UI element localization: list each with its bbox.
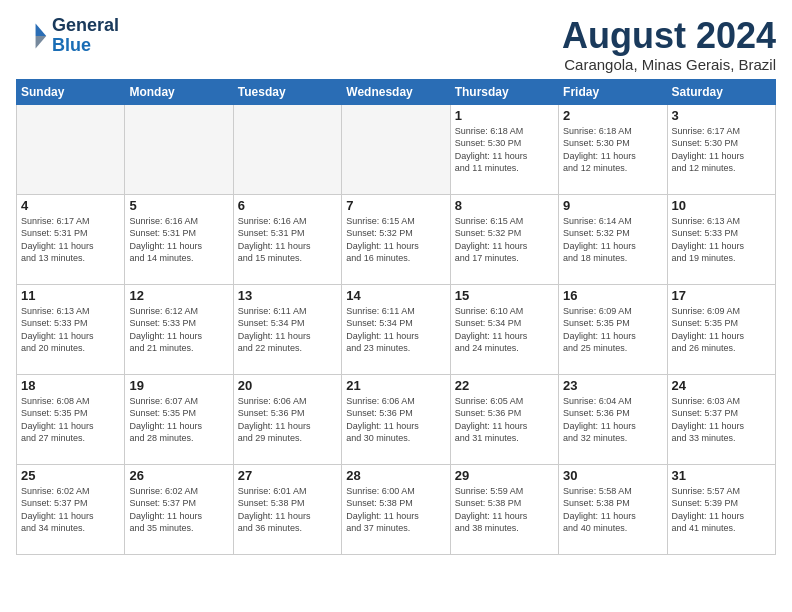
- weekday-header: Monday: [125, 79, 233, 104]
- day-info: Sunrise: 6:05 AM Sunset: 5:36 PM Dayligh…: [455, 395, 554, 445]
- day-info: Sunrise: 6:14 AM Sunset: 5:32 PM Dayligh…: [563, 215, 662, 265]
- day-info: Sunrise: 6:12 AM Sunset: 5:33 PM Dayligh…: [129, 305, 228, 355]
- calendar-day-cell: 16Sunrise: 6:09 AM Sunset: 5:35 PM Dayli…: [559, 284, 667, 374]
- day-info: Sunrise: 6:06 AM Sunset: 5:36 PM Dayligh…: [346, 395, 445, 445]
- weekday-header-row: SundayMondayTuesdayWednesdayThursdayFrid…: [17, 79, 776, 104]
- day-info: Sunrise: 6:13 AM Sunset: 5:33 PM Dayligh…: [672, 215, 771, 265]
- calendar-day-cell: [342, 104, 450, 194]
- day-number: 20: [238, 378, 337, 393]
- calendar-day-cell: [125, 104, 233, 194]
- day-info: Sunrise: 6:10 AM Sunset: 5:34 PM Dayligh…: [455, 305, 554, 355]
- day-info: Sunrise: 6:17 AM Sunset: 5:30 PM Dayligh…: [672, 125, 771, 175]
- day-number: 18: [21, 378, 120, 393]
- day-number: 1: [455, 108, 554, 123]
- day-info: Sunrise: 6:17 AM Sunset: 5:31 PM Dayligh…: [21, 215, 120, 265]
- calendar-week-row: 1Sunrise: 6:18 AM Sunset: 5:30 PM Daylig…: [17, 104, 776, 194]
- day-info: Sunrise: 6:02 AM Sunset: 5:37 PM Dayligh…: [21, 485, 120, 535]
- day-info: Sunrise: 6:07 AM Sunset: 5:35 PM Dayligh…: [129, 395, 228, 445]
- weekday-header: Saturday: [667, 79, 775, 104]
- day-info: Sunrise: 6:09 AM Sunset: 5:35 PM Dayligh…: [672, 305, 771, 355]
- day-info: Sunrise: 6:06 AM Sunset: 5:36 PM Dayligh…: [238, 395, 337, 445]
- calendar-day-cell: [17, 104, 125, 194]
- day-info: Sunrise: 5:59 AM Sunset: 5:38 PM Dayligh…: [455, 485, 554, 535]
- day-number: 10: [672, 198, 771, 213]
- calendar-day-cell: 3Sunrise: 6:17 AM Sunset: 5:30 PM Daylig…: [667, 104, 775, 194]
- day-number: 31: [672, 468, 771, 483]
- calendar-day-cell: 11Sunrise: 6:13 AM Sunset: 5:33 PM Dayli…: [17, 284, 125, 374]
- calendar-week-row: 25Sunrise: 6:02 AM Sunset: 5:37 PM Dayli…: [17, 464, 776, 554]
- weekday-header: Thursday: [450, 79, 558, 104]
- day-number: 8: [455, 198, 554, 213]
- calendar-day-cell: 8Sunrise: 6:15 AM Sunset: 5:32 PM Daylig…: [450, 194, 558, 284]
- calendar-week-row: 4Sunrise: 6:17 AM Sunset: 5:31 PM Daylig…: [17, 194, 776, 284]
- day-number: 21: [346, 378, 445, 393]
- day-info: Sunrise: 6:15 AM Sunset: 5:32 PM Dayligh…: [346, 215, 445, 265]
- day-info: Sunrise: 6:01 AM Sunset: 5:38 PM Dayligh…: [238, 485, 337, 535]
- calendar-day-cell: 22Sunrise: 6:05 AM Sunset: 5:36 PM Dayli…: [450, 374, 558, 464]
- calendar-day-cell: 18Sunrise: 6:08 AM Sunset: 5:35 PM Dayli…: [17, 374, 125, 464]
- day-number: 19: [129, 378, 228, 393]
- day-number: 2: [563, 108, 662, 123]
- day-info: Sunrise: 6:16 AM Sunset: 5:31 PM Dayligh…: [238, 215, 337, 265]
- calendar-day-cell: 20Sunrise: 6:06 AM Sunset: 5:36 PM Dayli…: [233, 374, 341, 464]
- day-number: 5: [129, 198, 228, 213]
- calendar-day-cell: 30Sunrise: 5:58 AM Sunset: 5:38 PM Dayli…: [559, 464, 667, 554]
- day-info: Sunrise: 6:02 AM Sunset: 5:37 PM Dayligh…: [129, 485, 228, 535]
- day-number: 16: [563, 288, 662, 303]
- day-number: 28: [346, 468, 445, 483]
- day-number: 14: [346, 288, 445, 303]
- page-header: General Blue August 2024 Carangola, Mina…: [16, 16, 776, 73]
- calendar-day-cell: 25Sunrise: 6:02 AM Sunset: 5:37 PM Dayli…: [17, 464, 125, 554]
- calendar-day-cell: 31Sunrise: 5:57 AM Sunset: 5:39 PM Dayli…: [667, 464, 775, 554]
- day-number: 17: [672, 288, 771, 303]
- calendar-day-cell: 19Sunrise: 6:07 AM Sunset: 5:35 PM Dayli…: [125, 374, 233, 464]
- calendar-day-cell: [233, 104, 341, 194]
- day-info: Sunrise: 6:11 AM Sunset: 5:34 PM Dayligh…: [238, 305, 337, 355]
- day-info: Sunrise: 6:15 AM Sunset: 5:32 PM Dayligh…: [455, 215, 554, 265]
- calendar-day-cell: 2Sunrise: 6:18 AM Sunset: 5:30 PM Daylig…: [559, 104, 667, 194]
- logo-text: General Blue: [52, 16, 119, 56]
- day-number: 4: [21, 198, 120, 213]
- day-number: 23: [563, 378, 662, 393]
- day-info: Sunrise: 6:18 AM Sunset: 5:30 PM Dayligh…: [455, 125, 554, 175]
- day-number: 3: [672, 108, 771, 123]
- day-number: 15: [455, 288, 554, 303]
- calendar-day-cell: 1Sunrise: 6:18 AM Sunset: 5:30 PM Daylig…: [450, 104, 558, 194]
- day-info: Sunrise: 6:13 AM Sunset: 5:33 PM Dayligh…: [21, 305, 120, 355]
- calendar-week-row: 11Sunrise: 6:13 AM Sunset: 5:33 PM Dayli…: [17, 284, 776, 374]
- calendar-day-cell: 7Sunrise: 6:15 AM Sunset: 5:32 PM Daylig…: [342, 194, 450, 284]
- title-block: August 2024 Carangola, Minas Gerais, Bra…: [562, 16, 776, 73]
- day-number: 12: [129, 288, 228, 303]
- calendar-day-cell: 28Sunrise: 6:00 AM Sunset: 5:38 PM Dayli…: [342, 464, 450, 554]
- calendar-table: SundayMondayTuesdayWednesdayThursdayFrid…: [16, 79, 776, 555]
- day-info: Sunrise: 5:58 AM Sunset: 5:38 PM Dayligh…: [563, 485, 662, 535]
- logo: General Blue: [16, 16, 119, 56]
- day-number: 22: [455, 378, 554, 393]
- day-number: 9: [563, 198, 662, 213]
- day-number: 29: [455, 468, 554, 483]
- calendar-day-cell: 9Sunrise: 6:14 AM Sunset: 5:32 PM Daylig…: [559, 194, 667, 284]
- calendar-day-cell: 13Sunrise: 6:11 AM Sunset: 5:34 PM Dayli…: [233, 284, 341, 374]
- calendar-day-cell: 15Sunrise: 6:10 AM Sunset: 5:34 PM Dayli…: [450, 284, 558, 374]
- calendar-day-cell: 4Sunrise: 6:17 AM Sunset: 5:31 PM Daylig…: [17, 194, 125, 284]
- calendar-day-cell: 23Sunrise: 6:04 AM Sunset: 5:36 PM Dayli…: [559, 374, 667, 464]
- day-number: 24: [672, 378, 771, 393]
- day-info: Sunrise: 6:09 AM Sunset: 5:35 PM Dayligh…: [563, 305, 662, 355]
- calendar-day-cell: 6Sunrise: 6:16 AM Sunset: 5:31 PM Daylig…: [233, 194, 341, 284]
- day-number: 27: [238, 468, 337, 483]
- logo-icon: [16, 20, 48, 52]
- day-number: 13: [238, 288, 337, 303]
- day-info: Sunrise: 6:03 AM Sunset: 5:37 PM Dayligh…: [672, 395, 771, 445]
- calendar-day-cell: 27Sunrise: 6:01 AM Sunset: 5:38 PM Dayli…: [233, 464, 341, 554]
- day-number: 7: [346, 198, 445, 213]
- day-info: Sunrise: 6:11 AM Sunset: 5:34 PM Dayligh…: [346, 305, 445, 355]
- calendar-day-cell: 29Sunrise: 5:59 AM Sunset: 5:38 PM Dayli…: [450, 464, 558, 554]
- calendar-day-cell: 21Sunrise: 6:06 AM Sunset: 5:36 PM Dayli…: [342, 374, 450, 464]
- calendar-day-cell: 12Sunrise: 6:12 AM Sunset: 5:33 PM Dayli…: [125, 284, 233, 374]
- month-title: August 2024: [562, 16, 776, 56]
- calendar-day-cell: 24Sunrise: 6:03 AM Sunset: 5:37 PM Dayli…: [667, 374, 775, 464]
- weekday-header: Sunday: [17, 79, 125, 104]
- calendar-day-cell: 14Sunrise: 6:11 AM Sunset: 5:34 PM Dayli…: [342, 284, 450, 374]
- weekday-header: Wednesday: [342, 79, 450, 104]
- day-number: 26: [129, 468, 228, 483]
